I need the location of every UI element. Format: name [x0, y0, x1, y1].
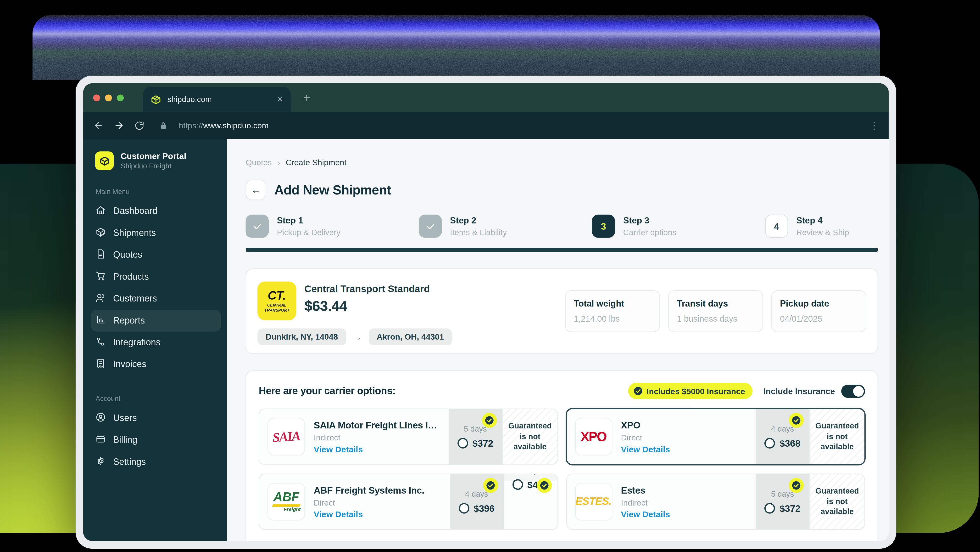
carrier-card-xpo[interactable]: XPO XPO Direct View Details 4 days $368 … [566, 408, 865, 465]
rate-radio[interactable] [765, 438, 775, 448]
sidebar-item-products[interactable]: Products [91, 266, 221, 287]
forward-icon[interactable] [114, 120, 124, 131]
check-icon [252, 221, 262, 231]
back-icon[interactable] [93, 120, 103, 131]
rate-option-cell[interactable]: 4 days $435 [503, 474, 557, 481]
carrier-mode: Direct [313, 498, 424, 507]
rate-radio[interactable] [512, 479, 523, 490]
view-details-link[interactable]: View Details [621, 510, 670, 519]
sidebar-section-label: Main Menu [96, 188, 221, 195]
step-step-4[interactable]: 4 Step 4 Review & Ship [765, 215, 889, 238]
include-insurance-label: Include Insurance [763, 386, 835, 396]
bar-chart-icon [96, 314, 106, 326]
browser-menu-icon[interactable]: ⋮ [869, 121, 879, 130]
carrier-logo: ABFFreight [267, 483, 305, 521]
insured-seal-icon [789, 413, 804, 428]
insurance-badge: Includes $5000 Insurance [628, 383, 752, 399]
transit-days-label: 4 days [519, 474, 542, 474]
sidebar-item-integrations[interactable]: Integrations [91, 331, 221, 353]
url-bar[interactable]: https://www.shipduo.com [179, 121, 269, 130]
brand: Customer Portal Shipduo Freight [91, 152, 221, 171]
brand-title: Customer Portal [121, 152, 186, 161]
integration-icon [96, 336, 106, 346]
sidebar-item-settings[interactable]: Settings [91, 451, 221, 472]
carrier-card-estes[interactable]: ESTES. Estes Indirect View Details 5 day… [566, 474, 865, 530]
window-traffic-lights[interactable] [93, 94, 124, 101]
url-host: www.shipduo.com [203, 121, 269, 130]
insured-seal-icon [483, 478, 498, 493]
sidebar-item-label: Shipments [113, 228, 156, 238]
sidebar-item-label: Users [113, 413, 137, 423]
reload-icon[interactable] [134, 120, 145, 131]
gear-icon [96, 456, 106, 466]
close-window-button[interactable] [93, 94, 100, 101]
step-indicator: Step 1 Pickup & Delivery Step 2 Items & … [246, 215, 878, 238]
shipduo-favicon-icon [151, 94, 161, 105]
rate-radio[interactable] [765, 503, 775, 514]
view-details-link[interactable]: View Details [313, 510, 424, 519]
lock-icon [159, 121, 167, 130]
carrier-name: SAIA Motor Freight Lines Inc. [313, 420, 439, 430]
route-arrow-icon: → [353, 332, 362, 342]
transit-days-label: 5 days [464, 425, 487, 434]
integration-icon [96, 336, 106, 348]
view-details-link[interactable]: View Details [313, 445, 439, 454]
main-content: Quotes › Create Shipment ← Add New Shipm… [227, 139, 889, 541]
carrier-card-saia[interactable]: SAIA SAIA Motor Freight Lines Inc. Indir… [259, 408, 558, 465]
info-box-total-weight: Total weight 1,214.00 lbs [565, 290, 660, 332]
receipt-icon [96, 358, 106, 370]
rate-option-cell[interactable]: 5 days $372 [756, 474, 810, 529]
insurance-badge-label: Includes $5000 Insurance [647, 386, 745, 396]
back-button[interactable]: ← [246, 180, 266, 200]
step-step-3[interactable]: 3 Step 3 Carrier options [592, 215, 765, 238]
guaranteed-unavailable-note: Guaranteed is not available [810, 474, 864, 529]
document-icon [96, 249, 106, 259]
credit-card-icon [96, 434, 106, 444]
sidebar-item-dashboard[interactable]: Dashboard [91, 200, 221, 222]
breadcrumb: Quotes › Create Shipment [246, 158, 878, 167]
insured-seal-icon [537, 478, 552, 493]
destination-pill: Akron, OH, 44301 [369, 328, 452, 345]
browser-toolbar: https://www.shipduo.com ⋮ [83, 112, 889, 139]
back-arrow-icon: ← [251, 185, 261, 195]
gear-icon [96, 456, 106, 468]
stage: shipduo.com ✕ + https://www.shipduo.com … [0, 0, 980, 552]
step-step-2[interactable]: Step 2 Items & Liability [419, 215, 592, 238]
sidebar-item-invoices[interactable]: Invoices [91, 353, 221, 375]
include-insurance-toggle[interactable] [841, 384, 865, 397]
sidebar-item-customers[interactable]: Customers [91, 287, 221, 309]
summary-service-name: Central Transport Standard [304, 283, 430, 295]
brand-subtitle: Shipduo Freight [121, 161, 186, 171]
view-details-link[interactable]: View Details [621, 445, 670, 454]
info-box-pickup-date: Pickup date 04/01/2025 [772, 290, 866, 332]
page-title: Add New Shipment [274, 182, 391, 197]
breadcrumb-quotes-link[interactable]: Quotes [246, 158, 272, 167]
carrier-card-abf[interactable]: ABFFreight ABF Freight Systems Inc. Dire… [259, 474, 558, 530]
tab-close-icon[interactable]: ✕ [277, 95, 283, 104]
rate-price: $372 [472, 438, 493, 448]
sidebar-item-billing[interactable]: Billing [91, 429, 221, 451]
sidebar-item-users[interactable]: Users [91, 407, 221, 429]
carrier-options-panel: Here are your carrier options: Includes … [246, 370, 878, 541]
origin-pill: Dunkirk, NY, 14048 [258, 328, 346, 345]
user-circle-icon [96, 412, 106, 424]
sidebar-item-quotes[interactable]: Quotes [91, 244, 221, 266]
minimize-window-button[interactable] [105, 94, 112, 101]
sidebar-item-label: Settings [113, 457, 146, 467]
new-tab-button[interactable]: + [303, 90, 310, 105]
browser-window: shipduo.com ✕ + https://www.shipduo.com … [76, 76, 896, 549]
carrier-logo: XPO [575, 418, 612, 455]
sidebar-item-shipments[interactable]: Shipments [91, 222, 221, 244]
maximize-window-button[interactable] [117, 94, 124, 101]
rate-option-cell[interactable]: 5 days $372 [449, 409, 502, 464]
rate-option-cell[interactable]: 4 days $396 [450, 474, 504, 529]
browser-tab-shipduo[interactable]: shipduo.com ✕ [143, 87, 290, 112]
rate-option-cell[interactable]: 4 days $368 [756, 409, 810, 464]
rate-radio[interactable] [459, 503, 469, 514]
rate-radio[interactable] [457, 438, 468, 448]
transit-days-label: 5 days [771, 490, 794, 499]
sidebar-item-label: Reports [113, 315, 145, 325]
step-step-1[interactable]: Step 1 Pickup & Delivery [246, 215, 419, 238]
sidebar-item-reports[interactable]: Reports [91, 310, 221, 331]
sidebar-item-label: Quotes [113, 249, 142, 260]
